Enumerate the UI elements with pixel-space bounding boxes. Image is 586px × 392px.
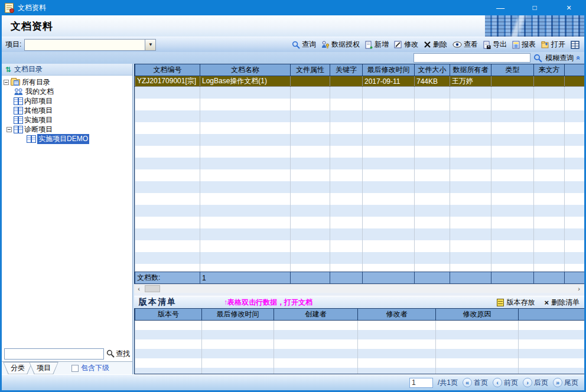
table-row[interactable]: YZJ201709001[宗] LogBase操作文档(1) 2017-09-1… xyxy=(135,76,585,87)
tree-node-implement-demo[interactable]: 实施项目DEMO xyxy=(2,134,132,143)
tree-node-other[interactable]: 其他项目 xyxy=(2,106,132,115)
panel-tabs: 分类 项目 包含下级 xyxy=(2,361,132,374)
collapse-icon[interactable]: « xyxy=(575,56,583,60)
include-sub-checkbox[interactable] xyxy=(71,365,79,372)
tree-node-internal[interactable]: 内部项目 xyxy=(2,96,132,106)
col-doc-name[interactable]: 文档名称 xyxy=(200,64,291,76)
empty-row[interactable] xyxy=(135,368,585,375)
document-table: 文档编号 文档名称 文件属性 关键字 最后修改时间 文件大小 数据所有者 类型 … xyxy=(135,64,584,276)
delete-button[interactable]: 删除 xyxy=(424,40,447,50)
add-button[interactable]: 新增 xyxy=(365,40,389,50)
grid-view-button[interactable] xyxy=(571,41,580,49)
version-table-area: 版本号 最后修改时间 创建者 修改者 修改原因 xyxy=(134,308,584,374)
tab-project[interactable]: 项目 xyxy=(29,362,58,375)
maximize-icon[interactable]: □ xyxy=(526,1,543,15)
status-bar: /共1页 « 首页 ‹ 前页 › 后页 » 尾页 xyxy=(2,374,584,390)
col-creator[interactable]: 创建者 xyxy=(274,309,358,321)
empty-row[interactable] xyxy=(135,158,585,169)
col-type[interactable]: 类型 xyxy=(491,64,534,76)
empty-row[interactable] xyxy=(135,240,585,252)
refresh-icon[interactable]: ⇅ xyxy=(5,66,11,74)
tree-header-label: 文档目录 xyxy=(14,64,43,74)
scroll-right-icon[interactable]: › xyxy=(574,285,584,293)
col-modified-time[interactable]: 最后修改时间 xyxy=(363,64,415,76)
prev-page-button[interactable]: ‹ 前页 xyxy=(493,378,518,388)
project-select-input[interactable] xyxy=(25,40,145,50)
empty-row[interactable] xyxy=(135,228,585,240)
empty-row[interactable] xyxy=(135,110,585,122)
col-file-attr[interactable]: 文件属性 xyxy=(291,64,330,76)
collapse-expander-icon[interactable] xyxy=(6,127,12,132)
data-authorize-button[interactable]: 数据授权 xyxy=(321,40,360,50)
col-file-size[interactable]: 文件大小 xyxy=(415,64,450,76)
empty-row[interactable] xyxy=(135,181,585,193)
empty-row[interactable] xyxy=(135,205,585,217)
project-select[interactable] xyxy=(24,39,145,51)
export-button[interactable]: 导出 xyxy=(483,40,507,50)
col-receiver[interactable]: 接文 xyxy=(565,64,585,76)
book-icon xyxy=(14,116,22,123)
tree-find-input[interactable] xyxy=(4,348,104,360)
empty-row[interactable] xyxy=(135,252,585,264)
horizontal-scrollbar[interactable]: ‹ › xyxy=(134,284,584,293)
col-modifier[interactable]: 修改者 xyxy=(358,309,436,321)
scrollbar-thumb[interactable] xyxy=(145,285,160,292)
version-store-button[interactable]: 版本存放 xyxy=(497,298,535,308)
titlebar: 文档资料 — □ × xyxy=(0,0,586,15)
empty-row[interactable] xyxy=(135,87,585,99)
building-decoration-image xyxy=(485,15,584,37)
col-modify-reason[interactable]: 修改原因 xyxy=(436,309,519,321)
collapse-expander-icon[interactable] xyxy=(4,80,9,85)
last-page-icon: » xyxy=(553,378,562,387)
edit-button[interactable]: 修改 xyxy=(394,40,418,50)
people-icon xyxy=(14,88,24,96)
empty-row[interactable] xyxy=(135,146,585,158)
clear-list-button[interactable]: × 删除清单 xyxy=(544,298,580,308)
app-icon xyxy=(5,3,14,13)
page-number-input[interactable] xyxy=(409,378,433,388)
empty-row[interactable] xyxy=(135,321,585,330)
empty-row[interactable] xyxy=(135,217,585,228)
last-page-button[interactable]: » 尾页 xyxy=(553,378,578,388)
toolbar: 项目: ▼ 查询 数据授权 新增 xyxy=(2,37,584,52)
find-button[interactable]: 查找 xyxy=(106,349,130,359)
first-page-button[interactable]: « 首页 xyxy=(463,378,488,388)
empty-row[interactable] xyxy=(135,358,585,368)
col-version-modified[interactable]: 最后修改时间 xyxy=(202,309,274,321)
empty-row[interactable] xyxy=(135,122,585,134)
window-title: 文档资料 xyxy=(18,3,46,13)
close-icon[interactable]: × xyxy=(560,1,578,15)
empty-row[interactable] xyxy=(135,193,585,205)
next-page-button[interactable]: › 后页 xyxy=(523,378,548,388)
tab-category[interactable]: 分类 xyxy=(3,362,32,375)
prev-page-icon: ‹ xyxy=(493,378,502,387)
empty-row[interactable] xyxy=(135,339,585,349)
tree-node-my-docs[interactable]: 我的文档 xyxy=(2,87,132,96)
fuzzy-search-input[interactable] xyxy=(414,53,530,63)
query-button[interactable]: 查询 xyxy=(292,40,316,50)
chevron-down-icon[interactable]: ▼ xyxy=(145,39,156,51)
empty-row[interactable] xyxy=(135,134,585,146)
view-button[interactable]: 查看 xyxy=(452,40,478,50)
empty-row[interactable] xyxy=(135,349,585,358)
col-version[interactable]: 版本号 xyxy=(135,309,202,321)
report-button[interactable]: 报表 xyxy=(512,40,536,50)
col-keywords[interactable]: 关键字 xyxy=(330,64,363,76)
fuzzy-search-label[interactable]: 模糊查询 xyxy=(545,53,574,63)
col-source[interactable]: 来文方 xyxy=(534,64,565,76)
tree-node-diagnosis[interactable]: 诊断项目 xyxy=(2,125,132,134)
open-button[interactable]: 打开 xyxy=(541,40,565,50)
tree-node-implement[interactable]: 实施项目 xyxy=(2,115,132,125)
doc-count-value: 1 xyxy=(200,272,291,284)
book-icon xyxy=(14,107,22,114)
scroll-left-icon[interactable]: ‹ xyxy=(134,285,144,293)
open-icon xyxy=(541,41,549,48)
empty-row[interactable] xyxy=(135,99,585,110)
empty-row[interactable] xyxy=(135,169,585,181)
tree-node-all[interactable]: 所有目录 xyxy=(2,77,132,87)
minimize-icon[interactable]: — xyxy=(491,1,509,15)
col-doc-number[interactable]: 文档编号 xyxy=(135,64,200,76)
col-blank[interactable] xyxy=(519,309,585,321)
col-data-owner[interactable]: 数据所有者 xyxy=(450,64,491,76)
empty-row[interactable] xyxy=(135,330,585,339)
